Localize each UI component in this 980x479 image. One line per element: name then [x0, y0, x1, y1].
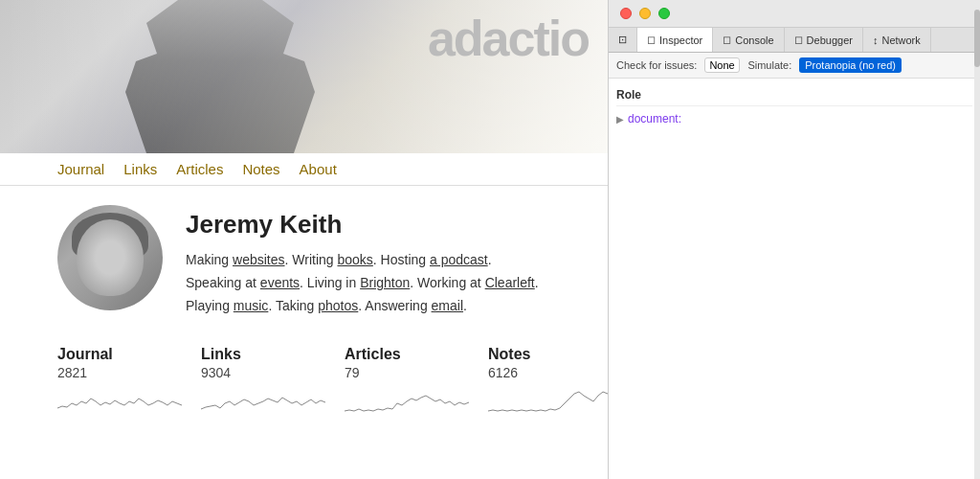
simulate-label: Simulate: [747, 59, 791, 71]
check-issues-label: Check for issues: [616, 59, 697, 71]
tab-picker[interactable]: ⊡ [609, 28, 637, 52]
bio-link-books[interactable]: books [337, 252, 372, 267]
profile-bio: Jeremy Keith Making websites. Writing bo… [186, 205, 550, 317]
devtools-titlebar [609, 0, 980, 28]
role-header: Role [616, 86, 972, 106]
stat-journal: Journal 2821 [57, 346, 201, 417]
site-title: adactio [428, 10, 589, 67]
stat-journal-sparkline [57, 384, 182, 413]
bio-link-photos[interactable]: photos [318, 298, 358, 313]
stat-links-sparkline [201, 384, 325, 413]
stat-links-count: 9304 [201, 365, 325, 380]
simulate-select[interactable]: Protanopia (no red) [799, 57, 902, 73]
devtools-content: Role ▶ document: [609, 79, 980, 479]
bio-text: Making websites. Writing books. Hosting … [186, 249, 550, 317]
devtools-panel: ⊡ ◻ Inspector ◻ Console ◻ Debugger ↕ Net… [608, 0, 980, 479]
minimize-button[interactable] [639, 8, 651, 19]
stat-notes-sparkline [488, 384, 608, 413]
stat-links: Links 9304 [201, 346, 345, 417]
stat-articles-count: 79 [345, 365, 469, 380]
bio-link-clearleft[interactable]: Clearleft [485, 275, 535, 290]
nav-notes[interactable]: Notes [242, 161, 279, 177]
stat-journal-label: Journal [57, 346, 182, 363]
tab-console[interactable]: ◻ Console [713, 28, 784, 52]
inspector-icon: ◻ [647, 34, 656, 46]
bio-link-music[interactable]: music [234, 298, 269, 313]
tab-network[interactable]: ↕ Network [863, 28, 931, 52]
stat-articles-sparkline [345, 384, 469, 413]
debugger-icon: ◻ [794, 34, 803, 46]
profile-name: Jeremy Keith [186, 210, 550, 240]
bio-link-events[interactable]: events [260, 275, 300, 290]
site-banner: adactio [0, 0, 608, 153]
bio-link-email[interactable]: email [432, 298, 463, 313]
role-tree-item[interactable]: ▶ document: [616, 110, 972, 127]
avatar-face [77, 219, 144, 296]
tree-expand-icon: ▶ [616, 114, 624, 125]
website-panel: adactio Journal Links Articles Notes Abo… [0, 0, 608, 479]
tab-debugger[interactable]: ◻ Debugger [785, 28, 863, 52]
stat-notes: Notes 6126 [488, 346, 608, 417]
scrollbar-track [974, 0, 980, 479]
scrollbar-thumb[interactable] [974, 10, 980, 67]
tree-document-key: document: [628, 112, 681, 125]
check-issues-select[interactable]: None [704, 57, 740, 73]
stat-journal-count: 2821 [57, 365, 182, 380]
stat-articles-label: Articles [345, 346, 469, 363]
picker-icon: ⊡ [618, 34, 627, 46]
nav-about[interactable]: About [300, 161, 337, 177]
stats-section: Journal 2821 Links 9304 Articles 79 Note… [0, 336, 608, 426]
maximize-button[interactable] [658, 8, 670, 19]
site-nav: Journal Links Articles Notes About [0, 153, 608, 186]
nav-links[interactable]: Links [123, 161, 157, 177]
console-icon: ◻ [723, 34, 731, 46]
profile-section: Jeremy Keith Making websites. Writing bo… [0, 186, 608, 336]
stat-links-label: Links [201, 346, 325, 363]
devtools-tabs: ⊡ ◻ Inspector ◻ Console ◻ Debugger ↕ Net… [609, 28, 980, 53]
nav-journal[interactable]: Journal [57, 161, 104, 177]
avatar [57, 205, 163, 310]
bio-link-podcast[interactable]: a podcast [430, 252, 488, 267]
bio-link-websites[interactable]: websites [233, 252, 284, 267]
network-icon: ↕ [873, 34, 879, 46]
stat-articles: Articles 79 [345, 346, 488, 417]
stat-notes-count: 6126 [488, 365, 608, 380]
devtools-toolbar: Check for issues: None Simulate: Protano… [609, 53, 980, 79]
stat-notes-label: Notes [488, 346, 608, 363]
tab-inspector[interactable]: ◻ Inspector [637, 28, 713, 53]
bio-link-brighton[interactable]: Brighton [360, 275, 410, 290]
close-button[interactable] [620, 8, 632, 19]
nav-articles[interactable]: Articles [176, 161, 223, 177]
